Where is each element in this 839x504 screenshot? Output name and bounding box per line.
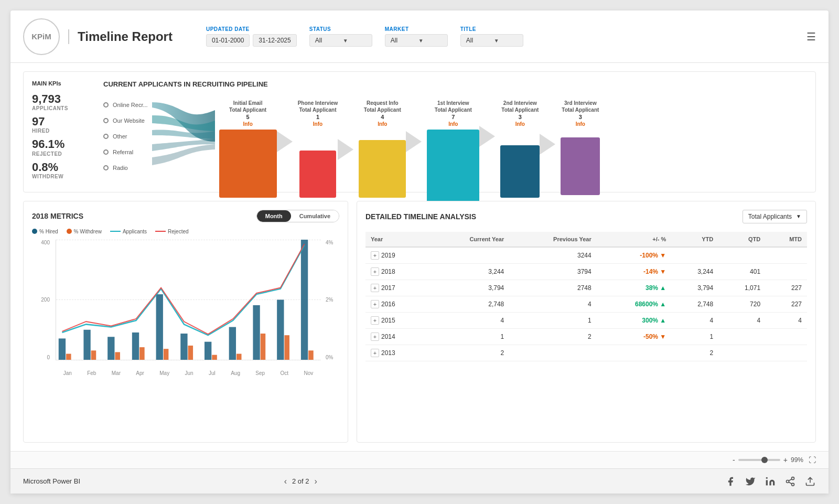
cell-mtd bbox=[766, 247, 807, 264]
zoom-slider[interactable] bbox=[738, 459, 780, 461]
expand-button[interactable]: + bbox=[371, 316, 379, 325]
kpi-panel: MAIN KPIs 9,793 APPLICANTS 97 HIRED 96.1… bbox=[32, 80, 95, 184]
timeline-dropdown[interactable]: Total Applicants ▼ bbox=[743, 210, 807, 223]
stage-3rd-interview: 3rd Interview Total Applicant 3 Info bbox=[561, 100, 600, 195]
share-icon[interactable] bbox=[784, 476, 796, 487]
sankey-flow bbox=[152, 94, 215, 178]
zoom-minus-icon[interactable]: - bbox=[733, 456, 735, 464]
rejected-label: REJECTED bbox=[32, 151, 95, 157]
bottom-section: 2018 METRICS Month Cumulative % Hired bbox=[23, 201, 816, 443]
svg-rect-18 bbox=[212, 355, 217, 359]
withdrew-value: 0.8% bbox=[32, 161, 95, 174]
market-caret-icon: ▼ bbox=[418, 38, 442, 44]
source-radio: Radio bbox=[103, 165, 148, 171]
fullscreen-icon[interactable]: ⛶ bbox=[809, 456, 816, 464]
stage-count: 5 bbox=[229, 113, 266, 121]
table-row: +2014 1 2 -50% ▼ 1 bbox=[365, 328, 807, 345]
svg-point-28 bbox=[791, 477, 794, 479]
svg-point-30 bbox=[791, 483, 794, 486]
stage-connector bbox=[540, 131, 561, 157]
metrics-title: 2018 METRICS bbox=[32, 212, 83, 220]
applicants-value: 9,793 bbox=[32, 93, 95, 105]
y-axis-left: 400 200 0 bbox=[32, 240, 53, 360]
col-mtd: MTD bbox=[766, 232, 807, 247]
stage-info-link[interactable]: Info bbox=[435, 121, 472, 127]
source-other: Other bbox=[103, 133, 148, 140]
expand-button[interactable]: + bbox=[371, 300, 379, 308]
twitter-icon[interactable] bbox=[745, 476, 756, 487]
date-to[interactable]: 31-12-2025 bbox=[253, 34, 296, 47]
bar-chart-svg bbox=[56, 240, 321, 360]
market-dropdown[interactable]: All ▼ bbox=[385, 34, 448, 47]
next-page-button[interactable]: › bbox=[315, 477, 317, 486]
cell-ytd: 2,748 bbox=[671, 296, 718, 312]
hired-legend-dot bbox=[32, 229, 37, 234]
cell-year: +2016 bbox=[365, 296, 428, 312]
stage-count: 7 bbox=[435, 113, 472, 121]
cell-current: 2 bbox=[428, 345, 509, 361]
date-range: 01-01-2000 31-12-2025 bbox=[206, 34, 297, 47]
svg-rect-25 bbox=[301, 240, 308, 360]
logo-text: KPiM bbox=[31, 32, 51, 41]
stage-info-link[interactable]: Info bbox=[501, 121, 539, 127]
cell-change: 68600% ▲ bbox=[597, 296, 672, 312]
cell-ytd bbox=[671, 247, 718, 264]
menu-icon[interactable]: ☰ bbox=[806, 30, 816, 43]
header-filters: UPDATED DATE 01-01-2000 31-12-2025 STATU… bbox=[206, 26, 806, 47]
market-filter: MARKET All ▼ bbox=[385, 26, 448, 47]
expand-button[interactable]: + bbox=[371, 267, 379, 276]
stage-name: Request Info bbox=[364, 100, 401, 106]
svg-rect-14 bbox=[164, 349, 169, 360]
source-referral: Referral bbox=[103, 149, 148, 155]
stage-info-link[interactable]: Info bbox=[229, 121, 266, 127]
col-previous-year: Previous Year bbox=[509, 232, 596, 247]
expand-button[interactable]: + bbox=[371, 251, 379, 260]
zoom-percent: 99% bbox=[791, 456, 803, 464]
cell-year: +2019 bbox=[365, 247, 428, 264]
stage-info: Initial Email Total Applicant 5 Info bbox=[229, 100, 266, 127]
stage-info: Request Info Total Applicant 4 Info bbox=[364, 100, 401, 127]
powerbi-label: Microsoft Power BI bbox=[23, 477, 80, 485]
month-toggle[interactable]: Month bbox=[257, 210, 291, 222]
logo-area: KPiM Timeline Report bbox=[23, 18, 173, 55]
source-dot-icon bbox=[103, 134, 109, 139]
source-dot-icon bbox=[103, 118, 109, 123]
grid-line bbox=[56, 360, 321, 360]
status-dropdown[interactable]: All ▼ bbox=[309, 34, 372, 47]
rejected-legend-line bbox=[155, 231, 166, 232]
sankey-sources: Online Recr... Our Website Other bbox=[103, 102, 148, 171]
chart-legend: % Hired % Withdrew Applicants Rejec bbox=[32, 229, 339, 234]
prev-page-button[interactable]: ‹ bbox=[284, 477, 287, 486]
svg-rect-13 bbox=[156, 294, 163, 360]
top-section: MAIN KPIs 9,793 APPLICANTS 97 HIRED 96.1… bbox=[23, 71, 816, 192]
export-icon[interactable] bbox=[804, 476, 816, 487]
market-value: All bbox=[391, 37, 414, 44]
expand-button[interactable]: + bbox=[371, 333, 379, 341]
linkedin-icon[interactable] bbox=[765, 476, 776, 487]
cell-ytd: 3,794 bbox=[671, 280, 718, 296]
withdrew-legend-label: % Withdrew bbox=[74, 229, 102, 234]
svg-rect-7 bbox=[83, 330, 90, 360]
stage-info-link[interactable]: Info bbox=[562, 121, 599, 127]
zoom-plus-icon[interactable]: + bbox=[783, 456, 788, 464]
expand-button[interactable]: + bbox=[371, 284, 379, 292]
stage-count: 1 bbox=[298, 113, 338, 121]
expand-button[interactable]: + bbox=[371, 349, 379, 357]
stage-count: 3 bbox=[562, 113, 599, 121]
cumulative-toggle[interactable]: Cumulative bbox=[291, 210, 339, 222]
title-dropdown[interactable]: All ▼ bbox=[460, 34, 523, 47]
cell-current: 3,244 bbox=[428, 263, 509, 280]
timeline-caret-icon: ▼ bbox=[796, 213, 801, 219]
hired-legend-label: % Hired bbox=[39, 229, 58, 234]
stage-info-link[interactable]: Info bbox=[298, 121, 338, 127]
cell-change: -50% ▼ bbox=[597, 328, 672, 345]
source-label: Other bbox=[113, 133, 127, 140]
stage-info-link[interactable]: Info bbox=[364, 121, 401, 127]
date-from[interactable]: 01-01-2000 bbox=[206, 34, 250, 47]
svg-rect-26 bbox=[308, 350, 314, 360]
cell-previous bbox=[509, 345, 596, 361]
facebook-icon[interactable] bbox=[725, 476, 736, 487]
x-axis-labels: Jan Feb Mar Apr May Jun Jul Aug Sep Oct … bbox=[56, 370, 321, 376]
pipeline-title: CURRENT APPLICANTS IN RECRUITING PIPELIN… bbox=[103, 80, 807, 88]
svg-line-31 bbox=[789, 482, 792, 484]
